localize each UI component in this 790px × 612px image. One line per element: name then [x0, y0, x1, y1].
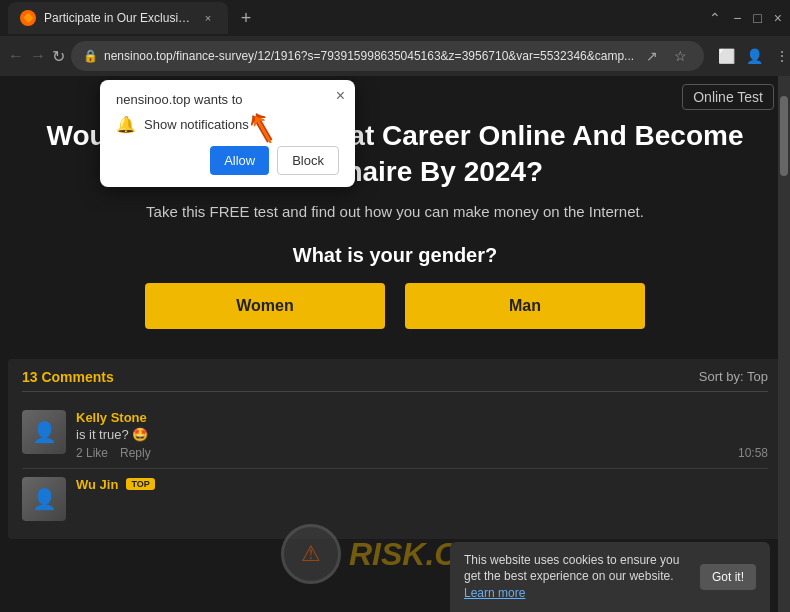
window-controls: ⌃ − □ ×: [709, 10, 782, 26]
comment-item: 👤 Kelly Stone is it true? 🤩 2 Like Reply…: [22, 402, 768, 468]
profile-icon[interactable]: 👤: [742, 44, 766, 68]
tab-bar: 🔶 Participate in Our Exclusive Onli... ×…: [0, 0, 790, 36]
browser-menu-icons: ⬜ 👤 ⋮: [714, 44, 790, 68]
active-tab[interactable]: 🔶 Participate in Our Exclusive Onli... ×: [8, 2, 228, 34]
comments-count: 13 Comments: [22, 369, 114, 385]
reply-button[interactable]: Reply: [120, 446, 151, 460]
new-tab-button[interactable]: +: [232, 4, 260, 32]
url-text: nensinoo.top/finance-survey/12/1916?s=79…: [104, 49, 634, 63]
block-button[interactable]: Block: [277, 146, 339, 175]
extension-icon[interactable]: ⬜: [714, 44, 738, 68]
cookie-message: This website uses cookies to ensure you …: [464, 553, 679, 584]
like-button[interactable]: 2 Like: [76, 446, 108, 460]
avatar-placeholder: 👤: [22, 410, 66, 454]
forward-button[interactable]: →: [30, 42, 46, 70]
scrollbar-thumb[interactable]: [780, 96, 788, 176]
refresh-button[interactable]: ↻: [52, 42, 65, 70]
comment-actions: 2 Like Reply 10:58: [76, 446, 768, 460]
comment-username: Wu Jin: [76, 477, 118, 492]
comment-item: 👤 Wu Jin TOP: [22, 468, 768, 529]
comment-body: Kelly Stone is it true? 🤩 2 Like Reply 1…: [76, 410, 768, 460]
share-icon[interactable]: ↗: [640, 44, 664, 68]
gender-question: What is your gender?: [40, 244, 750, 267]
subheadline: Take this FREE test and find out how you…: [40, 203, 750, 220]
tab-close-button[interactable]: ×: [200, 10, 216, 26]
lock-icon: 🔒: [83, 49, 98, 63]
address-field[interactable]: 🔒 nensinoo.top/finance-survey/12/1916?s=…: [71, 41, 704, 71]
top-badge: TOP: [126, 478, 154, 490]
chevron-up-icon[interactable]: ⌃: [709, 10, 721, 26]
sort-by-label: Sort by: Top: [699, 369, 768, 384]
maximize-button[interactable]: □: [753, 10, 761, 26]
star-icon[interactable]: ☆: [668, 44, 692, 68]
cookie-banner: This website uses cookies to ensure you …: [450, 542, 770, 612]
got-it-button[interactable]: Got it!: [700, 564, 756, 590]
minimize-button[interactable]: −: [733, 10, 741, 26]
comments-section: 13 Comments Sort by: Top 👤 Kelly Stone i…: [8, 359, 782, 539]
avatar: 👤: [22, 410, 66, 454]
comment-body: Wu Jin TOP: [76, 477, 768, 492]
popup-site-text: nensinoo.top wants to: [116, 92, 339, 107]
address-bar-row: ← → ↻ 🔒 nensinoo.top/finance-survey/12/1…: [0, 36, 790, 76]
popup-notification-row: 🔔 Show notifications: [116, 115, 339, 134]
browser-chrome: 🔶 Participate in Our Exclusive Onli... ×…: [0, 0, 790, 76]
comment-username: Kelly Stone: [76, 410, 768, 425]
comments-header: 13 Comments Sort by: Top: [22, 369, 768, 392]
bell-icon: 🔔: [116, 115, 136, 134]
show-notifications-text: Show notifications: [144, 117, 249, 132]
tab-favicon: 🔶: [20, 10, 36, 26]
popup-buttons: Allow Block: [116, 146, 339, 175]
gender-buttons: Women Man: [40, 283, 750, 329]
notification-popup: × nensinoo.top wants to 🔔 Show notificat…: [100, 80, 355, 187]
women-button[interactable]: Women: [145, 283, 385, 329]
page-content: Online Test Would You Make A Great Caree…: [0, 76, 790, 612]
scrollbar[interactable]: [778, 76, 790, 612]
avatar: 👤: [22, 477, 66, 521]
comment-time: 10:58: [738, 446, 768, 460]
avatar-placeholder: 👤: [22, 477, 66, 521]
learn-more-link[interactable]: Learn more: [464, 586, 525, 600]
address-actions: ↗ ☆: [640, 44, 692, 68]
online-test-label: Online Test: [682, 84, 774, 110]
man-button[interactable]: Man: [405, 283, 645, 329]
cookie-text: This website uses cookies to ensure you …: [464, 552, 690, 602]
menu-icon[interactable]: ⋮: [770, 44, 790, 68]
close-window-button[interactable]: ×: [774, 10, 782, 26]
popup-close-button[interactable]: ×: [336, 88, 345, 104]
comment-text: is it true? 🤩: [76, 427, 768, 442]
tab-title: Participate in Our Exclusive Onli...: [44, 11, 192, 25]
back-button[interactable]: ←: [8, 42, 24, 70]
